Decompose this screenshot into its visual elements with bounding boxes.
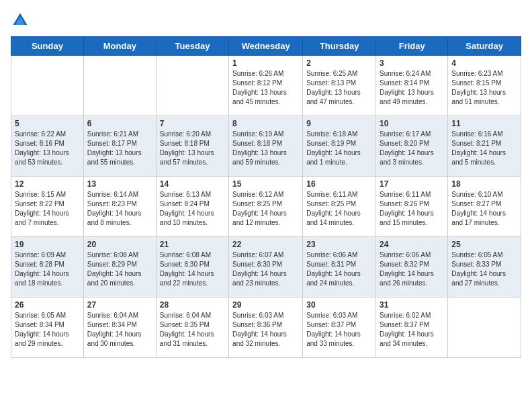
weekday-header-thursday: Thursday: [303, 37, 376, 56]
weekday-header-sunday: Sunday: [11, 37, 84, 56]
day-info: Sunrise: 6:02 AM Sunset: 8:37 PM Dayligh…: [380, 311, 444, 349]
calendar-cell: 5Sunrise: 6:22 AM Sunset: 8:16 PM Daylig…: [11, 116, 84, 177]
day-number: 13: [87, 179, 152, 189]
calendar-week-row: 19Sunrise: 6:09 AM Sunset: 8:28 PM Dayli…: [11, 237, 521, 298]
weekday-header-saturday: Saturday: [448, 37, 521, 56]
day-number: 18: [451, 179, 517, 189]
calendar-cell: 20Sunrise: 6:08 AM Sunset: 8:29 PM Dayli…: [83, 237, 156, 298]
day-info: Sunrise: 6:04 AM Sunset: 8:34 PM Dayligh…: [87, 311, 152, 349]
calendar-week-row: 5Sunrise: 6:22 AM Sunset: 8:16 PM Daylig…: [11, 116, 521, 177]
weekday-header-row: SundayMondayTuesdayWednesdayThursdayFrid…: [11, 37, 521, 56]
day-number: 30: [306, 300, 372, 310]
calendar-week-row: 12Sunrise: 6:15 AM Sunset: 8:22 PM Dayli…: [11, 177, 521, 237]
day-info: Sunrise: 6:20 AM Sunset: 8:18 PM Dayligh…: [160, 130, 225, 167]
weekday-header-tuesday: Tuesday: [156, 37, 228, 56]
calendar-cell: 7Sunrise: 6:20 AM Sunset: 8:18 PM Daylig…: [156, 116, 228, 177]
day-info: Sunrise: 6:08 AM Sunset: 8:29 PM Dayligh…: [87, 250, 152, 288]
day-info: Sunrise: 6:08 AM Sunset: 8:30 PM Dayligh…: [160, 250, 225, 288]
calendar-cell: 10Sunrise: 6:17 AM Sunset: 8:20 PM Dayli…: [376, 116, 448, 177]
calendar-cell: 29Sunrise: 6:03 AM Sunset: 8:36 PM Dayli…: [229, 298, 303, 358]
day-info: Sunrise: 6:22 AM Sunset: 8:16 PM Dayligh…: [15, 130, 80, 167]
weekday-header-wednesday: Wednesday: [229, 37, 303, 56]
calendar-cell: 9Sunrise: 6:18 AM Sunset: 8:19 PM Daylig…: [303, 116, 376, 177]
day-info: Sunrise: 6:04 AM Sunset: 8:35 PM Dayligh…: [160, 311, 225, 349]
day-info: Sunrise: 6:26 AM Sunset: 8:12 PM Dayligh…: [232, 69, 299, 107]
calendar-cell: 18Sunrise: 6:10 AM Sunset: 8:27 PM Dayli…: [448, 177, 521, 237]
day-info: Sunrise: 6:12 AM Sunset: 8:25 PM Dayligh…: [232, 190, 299, 228]
calendar-cell: 27Sunrise: 6:04 AM Sunset: 8:34 PM Dayli…: [83, 298, 156, 358]
calendar-cell: 15Sunrise: 6:12 AM Sunset: 8:25 PM Dayli…: [229, 177, 303, 237]
calendar-cell: 23Sunrise: 6:06 AM Sunset: 8:31 PM Dayli…: [303, 237, 376, 298]
day-number: 2: [306, 58, 372, 68]
calendar-cell: 4Sunrise: 6:23 AM Sunset: 8:15 PM Daylig…: [448, 56, 521, 116]
day-info: Sunrise: 6:16 AM Sunset: 8:21 PM Dayligh…: [451, 130, 517, 167]
calendar-cell: 31Sunrise: 6:02 AM Sunset: 8:37 PM Dayli…: [376, 298, 448, 358]
calendar-cell: [448, 298, 521, 358]
day-number: 4: [451, 58, 517, 68]
weekday-header-monday: Monday: [83, 37, 156, 56]
day-info: Sunrise: 6:10 AM Sunset: 8:27 PM Dayligh…: [451, 190, 517, 228]
calendar-cell: 25Sunrise: 6:05 AM Sunset: 8:33 PM Dayli…: [448, 237, 521, 298]
day-info: Sunrise: 6:17 AM Sunset: 8:20 PM Dayligh…: [380, 130, 444, 167]
day-number: 12: [15, 179, 80, 189]
day-info: Sunrise: 6:11 AM Sunset: 8:25 PM Dayligh…: [306, 190, 372, 228]
weekday-header-friday: Friday: [376, 37, 448, 56]
day-number: 5: [15, 119, 80, 128]
day-number: 11: [451, 119, 517, 128]
calendar-week-row: 1Sunrise: 6:26 AM Sunset: 8:12 PM Daylig…: [11, 56, 521, 116]
day-number: 27: [87, 300, 152, 310]
day-number: 16: [306, 179, 372, 189]
day-number: 23: [306, 240, 372, 249]
day-number: 22: [232, 240, 299, 249]
day-info: Sunrise: 6:05 AM Sunset: 8:34 PM Dayligh…: [15, 311, 80, 349]
calendar-cell: 8Sunrise: 6:19 AM Sunset: 8:18 PM Daylig…: [229, 116, 303, 177]
day-info: Sunrise: 6:13 AM Sunset: 8:24 PM Dayligh…: [160, 190, 225, 228]
calendar-week-row: 26Sunrise: 6:05 AM Sunset: 8:34 PM Dayli…: [11, 298, 521, 358]
day-number: 10: [380, 119, 444, 128]
calendar-cell: [156, 56, 228, 116]
calendar-cell: 1Sunrise: 6:26 AM Sunset: 8:12 PM Daylig…: [229, 56, 303, 116]
day-number: 24: [380, 240, 444, 249]
day-number: 14: [160, 179, 225, 189]
logo-icon: [11, 11, 30, 30]
calendar-cell: 17Sunrise: 6:11 AM Sunset: 8:26 PM Dayli…: [376, 177, 448, 237]
day-number: 31: [380, 300, 444, 310]
day-number: 29: [232, 300, 299, 310]
day-info: Sunrise: 6:06 AM Sunset: 8:32 PM Dayligh…: [380, 250, 444, 288]
day-info: Sunrise: 6:14 AM Sunset: 8:23 PM Dayligh…: [87, 190, 152, 228]
calendar-cell: 2Sunrise: 6:25 AM Sunset: 8:13 PM Daylig…: [303, 56, 376, 116]
page-header: [11, 11, 521, 30]
day-number: 26: [15, 300, 80, 310]
calendar-cell: 21Sunrise: 6:08 AM Sunset: 8:30 PM Dayli…: [156, 237, 228, 298]
calendar-cell: 26Sunrise: 6:05 AM Sunset: 8:34 PM Dayli…: [11, 298, 84, 358]
day-info: Sunrise: 6:03 AM Sunset: 8:37 PM Dayligh…: [306, 311, 372, 349]
day-number: 20: [87, 240, 152, 249]
day-number: 1: [232, 58, 299, 68]
day-number: 25: [451, 240, 517, 249]
calendar-cell: 22Sunrise: 6:07 AM Sunset: 8:30 PM Dayli…: [229, 237, 303, 298]
calendar-cell: 13Sunrise: 6:14 AM Sunset: 8:23 PM Dayli…: [83, 177, 156, 237]
day-number: 17: [380, 179, 444, 189]
calendar-cell: [83, 56, 156, 116]
calendar-cell: [11, 56, 84, 116]
calendar-cell: 28Sunrise: 6:04 AM Sunset: 8:35 PM Dayli…: [156, 298, 228, 358]
calendar-cell: 16Sunrise: 6:11 AM Sunset: 8:25 PM Dayli…: [303, 177, 376, 237]
day-info: Sunrise: 6:07 AM Sunset: 8:30 PM Dayligh…: [232, 250, 299, 288]
calendar-cell: 11Sunrise: 6:16 AM Sunset: 8:21 PM Dayli…: [448, 116, 521, 177]
day-number: 6: [87, 119, 152, 128]
day-info: Sunrise: 6:24 AM Sunset: 8:14 PM Dayligh…: [380, 69, 444, 107]
day-number: 7: [160, 119, 225, 128]
day-info: Sunrise: 6:06 AM Sunset: 8:31 PM Dayligh…: [306, 250, 372, 288]
day-info: Sunrise: 6:25 AM Sunset: 8:13 PM Dayligh…: [306, 69, 372, 107]
calendar-cell: 3Sunrise: 6:24 AM Sunset: 8:14 PM Daylig…: [376, 56, 448, 116]
day-info: Sunrise: 6:21 AM Sunset: 8:17 PM Dayligh…: [87, 130, 152, 167]
logo: [11, 11, 32, 30]
day-info: Sunrise: 6:18 AM Sunset: 8:19 PM Dayligh…: [306, 130, 372, 167]
day-number: 19: [15, 240, 80, 249]
day-number: 15: [232, 179, 299, 189]
calendar-cell: 19Sunrise: 6:09 AM Sunset: 8:28 PM Dayli…: [11, 237, 84, 298]
day-number: 8: [232, 119, 299, 128]
day-info: Sunrise: 6:19 AM Sunset: 8:18 PM Dayligh…: [232, 130, 299, 167]
calendar-cell: 24Sunrise: 6:06 AM Sunset: 8:32 PM Dayli…: [376, 237, 448, 298]
calendar-cell: 6Sunrise: 6:21 AM Sunset: 8:17 PM Daylig…: [83, 116, 156, 177]
